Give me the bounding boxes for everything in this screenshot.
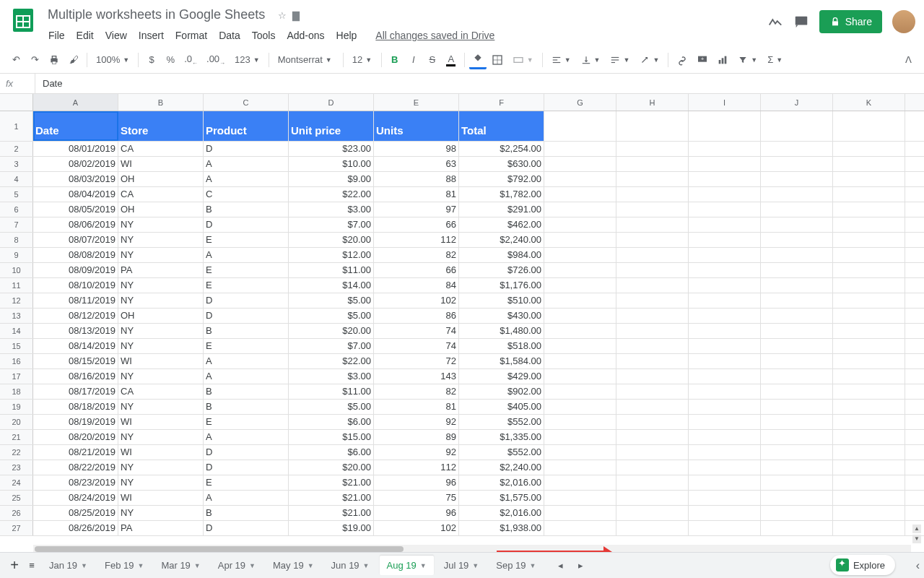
cell[interactable]: WI: [118, 354, 204, 368]
cell[interactable]: [544, 400, 616, 414]
cell[interactable]: [616, 430, 689, 444]
cell[interactable]: 74: [374, 339, 459, 353]
cell[interactable]: 88: [374, 172, 459, 186]
sheet-tab[interactable]: Sep 19▼: [489, 556, 543, 575]
chevron-down-icon[interactable]: ▼: [472, 562, 479, 569]
cell[interactable]: [689, 309, 761, 323]
cell[interactable]: A: [204, 354, 289, 368]
cell[interactable]: [689, 278, 761, 293]
cell[interactable]: [761, 263, 833, 277]
cell[interactable]: [544, 324, 616, 338]
menu-file[interactable]: File: [43, 27, 70, 44]
cell[interactable]: [761, 217, 833, 232]
cell[interactable]: $405.00: [459, 400, 544, 414]
cell[interactable]: 08/11/2019: [33, 293, 118, 308]
cell[interactable]: B: [204, 506, 289, 520]
row-header[interactable]: 20: [0, 415, 33, 429]
cell[interactable]: WI: [118, 157, 204, 171]
format-currency-button[interactable]: $: [143, 51, 160, 69]
cell[interactable]: 81: [374, 187, 459, 202]
cell[interactable]: 08/17/2019: [33, 384, 118, 399]
link-button[interactable]: [673, 51, 692, 69]
cell[interactable]: Date: [33, 111, 118, 141]
cell[interactable]: [616, 460, 689, 475]
sheet-tab[interactable]: May 19▼: [266, 556, 321, 575]
menu-view[interactable]: View: [100, 27, 132, 44]
cell[interactable]: [833, 233, 905, 247]
cell[interactable]: WI: [118, 491, 204, 505]
cell[interactable]: B: [204, 324, 289, 338]
folder-icon[interactable]: ▇: [292, 10, 300, 21]
sheet-tab[interactable]: Aug 19▼: [380, 556, 434, 575]
valign-button[interactable]: ▼: [577, 52, 605, 68]
show-sidepanel-button[interactable]: ‹: [916, 559, 920, 572]
cell[interactable]: 72: [374, 354, 459, 368]
cell[interactable]: E: [204, 278, 289, 293]
scroll-up-icon[interactable]: ▲: [912, 525, 921, 533]
cell[interactable]: [616, 415, 689, 429]
cell[interactable]: NY: [118, 293, 204, 308]
cell[interactable]: $12.00: [289, 248, 374, 262]
cell[interactable]: $2,254.00: [459, 142, 544, 156]
cell[interactable]: 08/05/2019: [33, 202, 118, 217]
cell[interactable]: [689, 521, 761, 535]
cell[interactable]: [544, 491, 616, 505]
cell[interactable]: [616, 248, 689, 262]
menu-help[interactable]: Help: [331, 27, 362, 44]
cell[interactable]: 97: [374, 202, 459, 217]
cell[interactable]: $1,584.00: [459, 354, 544, 368]
row-header[interactable]: 16: [0, 354, 33, 368]
cell[interactable]: [689, 217, 761, 232]
strike-button[interactable]: S: [424, 51, 441, 69]
collapse-toolbar-button[interactable]: ᐱ: [899, 51, 917, 69]
cell[interactable]: [544, 248, 616, 262]
cell[interactable]: $23.00: [289, 142, 374, 156]
cell[interactable]: [761, 400, 833, 414]
row-header[interactable]: 26: [0, 506, 33, 520]
share-button[interactable]: Share: [819, 10, 882, 33]
cell[interactable]: [833, 278, 905, 293]
cell[interactable]: [689, 354, 761, 368]
cell[interactable]: 08/04/2019: [33, 187, 118, 202]
cell[interactable]: [689, 445, 761, 460]
cell[interactable]: [689, 142, 761, 156]
cell[interactable]: [833, 293, 905, 308]
cell[interactable]: 08/16/2019: [33, 369, 118, 384]
row-header[interactable]: 8: [0, 233, 33, 247]
cell[interactable]: [761, 339, 833, 353]
cell[interactable]: $20.00: [289, 233, 374, 247]
cell[interactable]: $14.00: [289, 278, 374, 293]
row-header[interactable]: 23: [0, 460, 33, 475]
cell[interactable]: $291.00: [459, 202, 544, 217]
cell[interactable]: 112: [374, 460, 459, 475]
user-avatar[interactable]: [892, 10, 915, 33]
chevron-down-icon[interactable]: ▼: [529, 562, 536, 569]
cell[interactable]: [616, 354, 689, 368]
cell[interactable]: [616, 172, 689, 186]
row-header[interactable]: 6: [0, 202, 33, 217]
cell[interactable]: $21.00: [289, 475, 374, 490]
cell[interactable]: [544, 521, 616, 535]
cell[interactable]: NY: [118, 233, 204, 247]
cell[interactable]: 08/24/2019: [33, 491, 118, 505]
sheet-tab[interactable]: Feb 19▼: [97, 556, 151, 575]
cell[interactable]: [761, 187, 833, 202]
cell[interactable]: $1,782.00: [459, 187, 544, 202]
cell[interactable]: [689, 506, 761, 520]
number-format-select[interactable]: 123▼: [230, 51, 264, 68]
cell[interactable]: $9.00: [289, 172, 374, 186]
cell[interactable]: [544, 460, 616, 475]
cell[interactable]: 08/19/2019: [33, 415, 118, 429]
font-select[interactable]: Montserrat▼: [274, 51, 339, 68]
cell[interactable]: [689, 475, 761, 490]
cell[interactable]: $2,016.00: [459, 475, 544, 490]
cell[interactable]: [833, 369, 905, 384]
explore-button[interactable]: Explore: [830, 555, 895, 575]
chevron-down-icon[interactable]: ▼: [194, 562, 201, 569]
row-header[interactable]: 9: [0, 248, 33, 262]
cell[interactable]: $1,575.00: [459, 491, 544, 505]
cell[interactable]: [616, 187, 689, 202]
cell[interactable]: [689, 172, 761, 186]
cell[interactable]: E: [204, 263, 289, 277]
cell[interactable]: [616, 339, 689, 353]
